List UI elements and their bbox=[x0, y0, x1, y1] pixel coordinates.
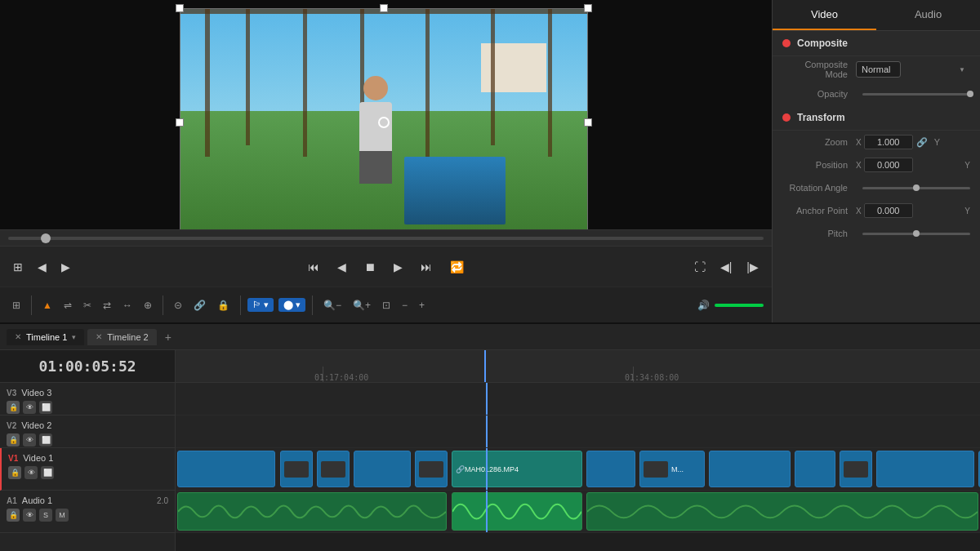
track-row-v1[interactable]: 🔗 MAH01286.MP4 M... bbox=[176, 448, 980, 491]
zoom-x-input[interactable] bbox=[864, 135, 913, 149]
clip-v1-11[interactable] bbox=[840, 451, 872, 487]
flag-dropdown[interactable]: 🏳 ▾ bbox=[247, 298, 274, 312]
clip-v1-2[interactable] bbox=[280, 451, 313, 487]
clip-v1-10[interactable] bbox=[795, 451, 835, 487]
composite-section-header[interactable]: Composite bbox=[773, 31, 980, 56]
play-btn[interactable]: ▶ bbox=[389, 257, 408, 277]
v2-eye-btn[interactable]: 👁 bbox=[23, 433, 36, 447]
stop-btn[interactable]: ⏹ bbox=[359, 257, 381, 277]
composite-enabled-dot[interactable] bbox=[782, 39, 791, 47]
step-back-btn[interactable]: ◀ bbox=[332, 257, 351, 277]
tab2-close[interactable]: ✕ bbox=[96, 332, 102, 341]
trim-tool[interactable]: ⇌ bbox=[60, 296, 76, 314]
go-to-start-btn[interactable]: ⏮ bbox=[303, 257, 324, 277]
link-btn[interactable]: 🔗 bbox=[189, 296, 210, 314]
track-row-v2[interactable] bbox=[176, 415, 980, 448]
anchor-x-input[interactable] bbox=[864, 203, 913, 218]
tab-audio[interactable]: Audio bbox=[876, 0, 980, 30]
audio-clip-1[interactable] bbox=[177, 492, 447, 531]
track-header-v2: V2 Video 2 🔒 👁 ⬜ bbox=[0, 415, 175, 448]
zoom-in-btn[interactable]: 🔍+ bbox=[349, 296, 375, 314]
view-toggle-btn[interactable]: ⊞ bbox=[8, 257, 28, 277]
v1-label: V1 bbox=[8, 454, 18, 463]
slip-tool[interactable]: ⇄ bbox=[99, 296, 115, 314]
select-tool[interactable]: ▲ bbox=[38, 296, 56, 314]
composite-mode-select[interactable]: Normal Add Subtract Multiply Screen Over… bbox=[856, 61, 901, 78]
v1-clip-btn[interactable]: ⬜ bbox=[41, 466, 54, 479]
color-flag[interactable]: ⬤ ▾ bbox=[278, 298, 305, 312]
next-edit-btn[interactable]: ▶ bbox=[56, 257, 75, 277]
clip-link-icon: 🔗 bbox=[456, 465, 465, 473]
inspector-body: Composite Composite Mode Normal Add Subt… bbox=[773, 31, 980, 322]
minus-btn[interactable]: − bbox=[398, 296, 412, 314]
timeline-area: ✕ Timeline 1 ▾ ✕ Timeline 2 + 01:00:05:5… bbox=[0, 322, 980, 551]
razor-tool[interactable]: ✂ bbox=[79, 296, 96, 314]
a1-m-btn[interactable]: M bbox=[56, 509, 69, 522]
clip-v1-9[interactable] bbox=[709, 451, 791, 487]
timeline-tracks: 01:17:04:00 01:34:08:00 bbox=[176, 350, 980, 551]
snap-btn[interactable]: ⊝ bbox=[170, 296, 186, 314]
waveform-1 bbox=[178, 493, 446, 531]
clip-v1-12[interactable] bbox=[876, 451, 974, 487]
v3-eye-btn[interactable]: 👁 bbox=[23, 401, 36, 414]
tab-video[interactable]: Video bbox=[773, 0, 876, 30]
clip-thumb-1 bbox=[284, 461, 309, 478]
v3-clip-btn[interactable]: ⬜ bbox=[39, 401, 52, 414]
clip-v1-main[interactable]: 🔗 MAH01286.MP4 bbox=[452, 451, 582, 487]
clip-v1-1[interactable] bbox=[177, 451, 275, 487]
clip-v1-5[interactable] bbox=[415, 451, 448, 487]
layout-btn[interactable]: ⊞ bbox=[8, 296, 24, 314]
frame-back-btn[interactable]: ◀| bbox=[715, 257, 737, 277]
opacity-slider[interactable] bbox=[862, 93, 970, 96]
clip-v1-8[interactable]: M... bbox=[639, 451, 705, 487]
composite-mode-label: Composite Mode bbox=[782, 60, 856, 79]
transform-tool[interactable]: ⊕ bbox=[140, 296, 156, 314]
transform-enabled-dot[interactable] bbox=[782, 113, 791, 122]
audio-clip-main[interactable] bbox=[452, 492, 582, 531]
clip-v1-7[interactable] bbox=[586, 451, 635, 487]
loop-btn[interactable]: 🔁 bbox=[445, 257, 469, 277]
v1-lock-btn[interactable]: 🔒 bbox=[8, 466, 21, 479]
scrubber-thumb[interactable] bbox=[41, 233, 51, 243]
v2-lock-btn[interactable]: 🔒 bbox=[7, 433, 20, 447]
track-header-v3: V3 Video 3 🔒 👁 ⬜ bbox=[0, 383, 175, 415]
go-to-end-btn[interactable]: ⏭ bbox=[416, 257, 437, 277]
transform-section-header[interactable]: Transform bbox=[773, 105, 980, 131]
v1-eye-btn[interactable]: 👁 bbox=[24, 466, 38, 479]
zoom-out-btn[interactable]: 🔍− bbox=[319, 296, 345, 314]
zoom-fit-btn[interactable]: ⊡ bbox=[378, 296, 394, 314]
pitch-slider[interactable] bbox=[862, 233, 970, 235]
position-x-input[interactable] bbox=[864, 158, 913, 172]
timeline-tab-1[interactable]: ✕ Timeline 1 ▾ bbox=[7, 329, 84, 345]
opacity-row: Opacity bbox=[773, 82, 980, 105]
rotation-slider[interactable] bbox=[862, 187, 970, 189]
clip-v1-3[interactable] bbox=[317, 451, 350, 487]
anchor-y-label: Y bbox=[964, 207, 970, 216]
volume-icon[interactable]: 🔊 bbox=[697, 300, 710, 311]
track-row-v3[interactable] bbox=[176, 383, 980, 415]
clip-v1-4[interactable] bbox=[354, 451, 411, 487]
tab1-close[interactable]: ✕ bbox=[15, 332, 21, 341]
volume-bar[interactable] bbox=[715, 304, 764, 307]
anchor-x-label: X bbox=[856, 207, 862, 216]
clip-8-label: M... bbox=[671, 465, 684, 473]
add-timeline-btn[interactable]: + bbox=[160, 331, 176, 344]
plus-btn[interactable]: + bbox=[415, 296, 429, 314]
prev-edit-btn[interactable]: ◀ bbox=[33, 257, 51, 277]
a1-s-btn[interactable]: S bbox=[39, 509, 52, 522]
v2-clip-btn[interactable]: ⬜ bbox=[39, 433, 52, 447]
a1-eye-btn[interactable]: 👁 bbox=[23, 509, 36, 522]
scrubber-bar[interactable] bbox=[0, 229, 772, 246]
scrubber-track[interactable] bbox=[8, 237, 764, 240]
tab1-arrow[interactable]: ▾ bbox=[72, 333, 76, 341]
frame-fwd-btn[interactable]: |▶ bbox=[742, 257, 764, 277]
audio-clip-2[interactable] bbox=[586, 492, 978, 531]
link-icon[interactable]: 🔗 bbox=[916, 137, 928, 148]
v3-lock-btn[interactable]: 🔒 bbox=[7, 401, 20, 414]
lock-btn[interactable]: 🔒 bbox=[213, 296, 234, 314]
fullscreen-btn[interactable]: ⛶ bbox=[689, 257, 710, 277]
retime-tool[interactable]: ↔ bbox=[118, 296, 136, 314]
track-row-a1[interactable] bbox=[176, 491, 980, 533]
timeline-tab-2[interactable]: ✕ Timeline 2 bbox=[87, 329, 156, 345]
a1-lock-btn[interactable]: 🔒 bbox=[7, 509, 20, 522]
